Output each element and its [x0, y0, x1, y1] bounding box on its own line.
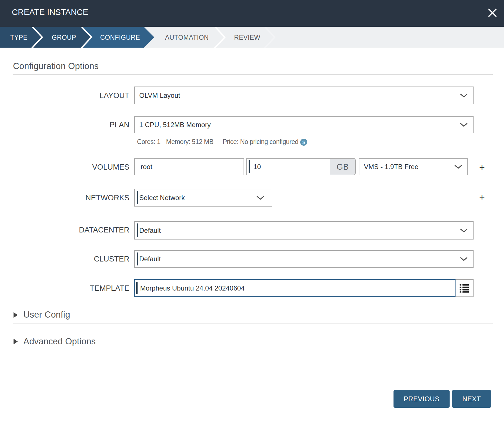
- svg-text:$: $: [302, 140, 305, 145]
- svg-text:AUTOMATION: AUTOMATION: [165, 34, 209, 41]
- svg-text:GROUP: GROUP: [52, 34, 76, 41]
- svg-text:CONFIGURE: CONFIGURE: [100, 34, 140, 41]
- svg-text:REVIEW: REVIEW: [234, 34, 260, 41]
- svg-text:TYPE: TYPE: [10, 34, 28, 41]
